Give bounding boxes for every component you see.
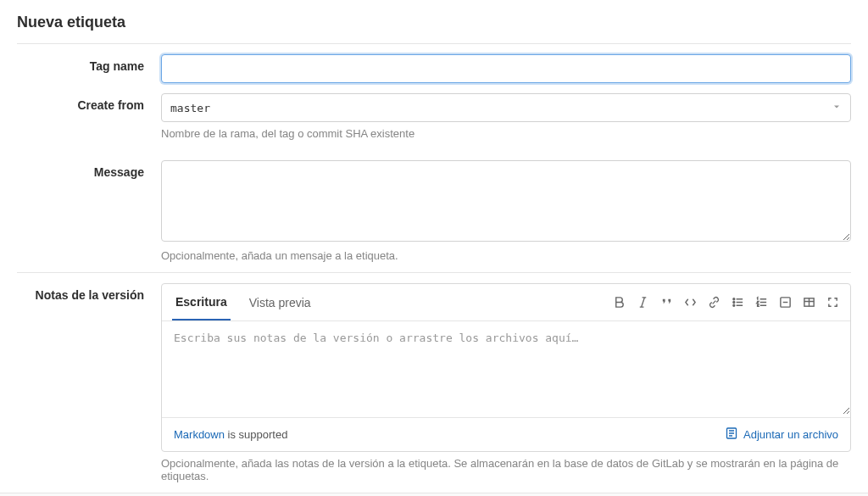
attach-file-button[interactable]: Adjuntar un archivo [725,426,838,443]
release-notes-help: Opcionalmente, añada las notas de la ver… [161,457,851,482]
create-from-value: master [170,102,210,114]
svg-point-1 [732,302,734,304]
quote-icon[interactable] [659,295,674,310]
italic-icon[interactable] [635,295,650,310]
svg-point-0 [732,298,734,300]
chevron-down-icon [832,101,842,114]
row-release-notes: Notas de la versión Escritura Vista prev… [17,273,851,493]
label-release-notes: Notas de la versión [17,283,161,302]
label-create-from: Create from [17,93,161,112]
page-title: Nueva etiqueta [17,8,851,43]
release-notes-textarea[interactable] [162,321,850,415]
code-icon[interactable] [682,295,698,310]
table-icon[interactable] [801,295,816,310]
tab-write[interactable]: Escritura [172,285,231,320]
list-bulleted-icon[interactable] [730,295,745,310]
task-list-icon[interactable] [777,295,793,310]
markdown-link[interactable]: Markdown [174,428,225,441]
message-help: Opcionalmente, añada un mensaje a la eti… [161,249,851,262]
row-tag-name: Tag name [17,44,851,93]
message-textarea[interactable] [161,160,851,242]
tag-name-input[interactable] [161,54,851,83]
markdown-support-text: Markdown is supported [174,428,287,441]
release-notes-editor: Escritura Vista previa [161,283,851,452]
editor-toolbar [611,295,840,310]
label-tag-name: Tag name [17,54,161,73]
list-numbered-icon[interactable] [754,295,769,310]
actions-bar: Crear etiqueta Cancelar [0,493,868,496]
row-message: Message Opcionalmente, añada un mensaje … [17,150,851,272]
create-from-help: Nombre de la rama, del tag o commit SHA … [161,127,851,140]
link-icon[interactable] [706,295,721,310]
fullscreen-icon[interactable] [825,295,840,310]
svg-point-2 [732,304,734,306]
markdown-supported-text: is supported [225,428,287,441]
attach-file-icon [725,426,738,443]
attach-file-label: Adjuntar un archivo [743,428,838,441]
bold-icon[interactable] [611,295,626,310]
row-create-from: Create from master Nombre de la rama, de… [17,93,851,150]
tab-preview[interactable]: Vista previa [246,286,314,320]
label-message: Message [17,160,161,179]
create-from-select[interactable]: master [161,93,851,122]
